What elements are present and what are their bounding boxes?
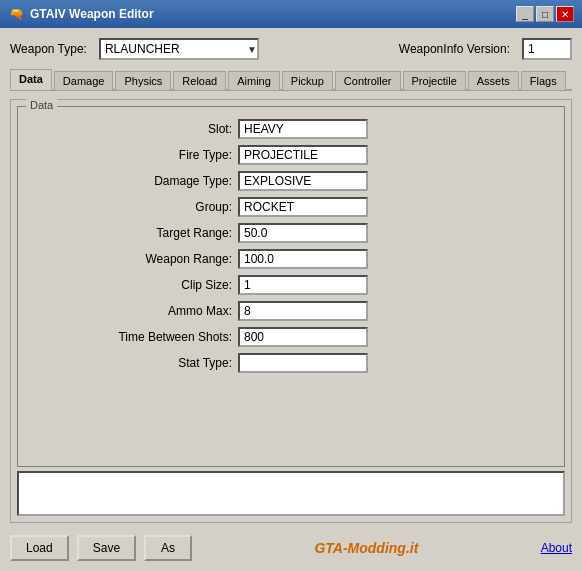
bottom-text-area[interactable]: [17, 471, 565, 516]
tab-data[interactable]: Data: [10, 69, 52, 90]
field-input-clipsize[interactable]: [238, 275, 368, 295]
field-label-clipsize: Clip Size:: [181, 278, 232, 292]
field-label-weaponrange: Weapon Range:: [145, 252, 232, 266]
tab-bar: Data Damage Physics Reload Aiming Pickup…: [10, 68, 572, 91]
title-bar-icon: 🔫: [8, 6, 24, 22]
field-input-slot[interactable]: [238, 119, 368, 139]
tab-damage[interactable]: Damage: [54, 71, 114, 90]
tab-content: Data Slot: Fire Type: Damage Type:: [10, 99, 572, 523]
field-row-firetype: Fire Type:: [26, 145, 368, 165]
data-group-box: Data Slot: Fire Type: Damage Type:: [17, 106, 565, 467]
field-input-group[interactable]: [238, 197, 368, 217]
footer: Load Save As GTA-Modding.it About: [10, 531, 572, 561]
top-row: Weapon Type: RLAUNCHER ▼ WeaponInfo Vers…: [10, 38, 572, 60]
minimize-button[interactable]: _: [516, 6, 534, 22]
field-row-weaponrange: Weapon Range:: [26, 249, 368, 269]
tab-pickup[interactable]: Pickup: [282, 71, 333, 90]
field-label-damagetype: Damage Type:: [154, 174, 232, 188]
window-body: Weapon Type: RLAUNCHER ▼ WeaponInfo Vers…: [0, 28, 582, 571]
brand-label: GTA-Modding.it: [314, 540, 420, 556]
close-button[interactable]: ✕: [556, 6, 574, 22]
group-legend: Data: [26, 99, 57, 111]
load-button[interactable]: Load: [10, 535, 69, 561]
field-label-group: Group:: [195, 200, 232, 214]
title-bar-text: GTAIV Weapon Editor: [30, 7, 516, 21]
title-bar-buttons: _ □ ✕: [516, 6, 574, 22]
save-button[interactable]: Save: [77, 535, 136, 561]
field-label-stattype: Stat Type:: [178, 356, 232, 370]
field-input-firetype[interactable]: [238, 145, 368, 165]
field-input-timebetweenshots[interactable]: [238, 327, 368, 347]
field-input-ammomax[interactable]: [238, 301, 368, 321]
tab-reload[interactable]: Reload: [173, 71, 226, 90]
tab-flags[interactable]: Flags: [521, 71, 566, 90]
title-bar: 🔫 GTAIV Weapon Editor _ □ ✕: [0, 0, 582, 28]
field-label-firetype: Fire Type:: [179, 148, 232, 162]
field-row-clipsize: Clip Size:: [26, 275, 368, 295]
field-row-slot: Slot:: [26, 119, 368, 139]
field-row-damagetype: Damage Type:: [26, 171, 368, 191]
field-row-targetrange: Target Range:: [26, 223, 368, 243]
tab-controller[interactable]: Controller: [335, 71, 401, 90]
weapon-type-wrapper: RLAUNCHER ▼: [99, 38, 259, 60]
field-row-group: Group:: [26, 197, 368, 217]
form-left: Slot: Fire Type: Damage Type: Group:: [26, 111, 368, 458]
about-link[interactable]: About: [541, 541, 572, 555]
field-row-timebetweenshots: Time Between Shots:: [26, 327, 368, 347]
weapon-type-select[interactable]: RLAUNCHER: [99, 38, 259, 60]
field-label-slot: Slot:: [208, 122, 232, 136]
field-row-stattype: Stat Type:: [26, 353, 368, 373]
tab-physics[interactable]: Physics: [115, 71, 171, 90]
field-label-targetrange: Target Range:: [157, 226, 232, 240]
weapon-info-version-input[interactable]: [522, 38, 572, 60]
tab-aiming[interactable]: Aiming: [228, 71, 280, 90]
form-right: [376, 111, 556, 458]
tab-projectile[interactable]: Projectile: [403, 71, 466, 90]
field-label-timebetweenshots: Time Between Shots:: [118, 330, 232, 344]
tab-assets[interactable]: Assets: [468, 71, 519, 90]
field-label-ammomax: Ammo Max:: [168, 304, 232, 318]
weapon-info-label: WeaponInfo Version:: [399, 42, 510, 56]
field-row-ammomax: Ammo Max:: [26, 301, 368, 321]
form-area: Slot: Fire Type: Damage Type: Group:: [26, 111, 556, 458]
field-input-stattype[interactable]: [238, 353, 368, 373]
field-input-damagetype[interactable]: [238, 171, 368, 191]
maximize-button[interactable]: □: [536, 6, 554, 22]
as-button[interactable]: As: [144, 535, 192, 561]
field-input-targetrange[interactable]: [238, 223, 368, 243]
weapon-type-label: Weapon Type:: [10, 42, 87, 56]
field-input-weaponrange[interactable]: [238, 249, 368, 269]
